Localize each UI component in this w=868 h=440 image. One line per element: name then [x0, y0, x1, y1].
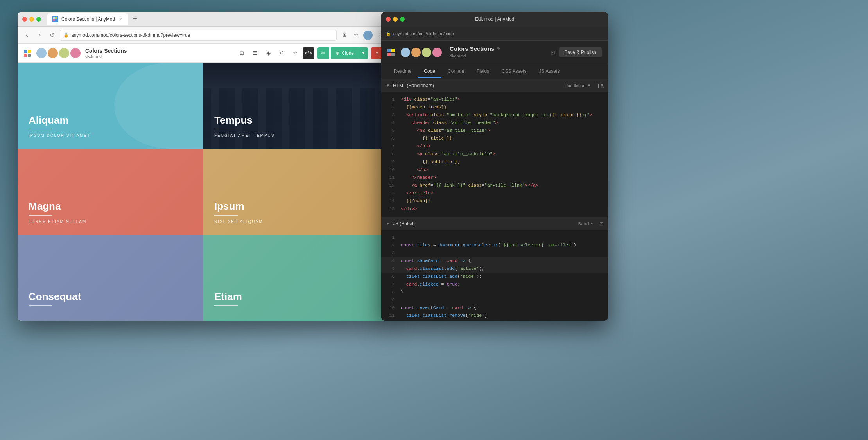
new-tab-button[interactable]: +: [133, 15, 137, 23]
edit-icon[interactable]: ✏: [317, 47, 329, 59]
js-code-area[interactable]: 1 2 const tiles = document.querySelector…: [381, 230, 608, 321]
screen-share-icon[interactable]: ⊞: [340, 31, 349, 40]
external-link-icon[interactable]: ⊡: [551, 49, 555, 56]
star-icon[interactable]: ☆: [289, 47, 301, 59]
tile-content: Etiam: [214, 291, 378, 310]
tile-subtitle: LOREM ETIAM NULLAM: [29, 219, 192, 224]
anymod-mod-info: Colors Sections dkdmmd: [85, 48, 127, 59]
editor-avatar-4: [432, 48, 442, 57]
js-line-7: 7 card.clicked = true;: [381, 280, 608, 288]
logo-dot-1: [24, 50, 27, 53]
tile-content: Aliquam IPSUM DOLOR SIT AMET: [29, 114, 192, 138]
html-section-format-icon[interactable]: Tʀ: [597, 83, 603, 89]
code-line-5: 5 <h3 class="am-tile__title">: [381, 127, 608, 135]
js-line-10: 10 const revertCard = card => {: [381, 304, 608, 312]
tab-js-assets[interactable]: JS Assets: [533, 65, 566, 78]
editor-window: Edit mod | AnyMod 🔒 anymod.com/edit/dkdm…: [381, 12, 608, 321]
anymod-logo-grid: [24, 50, 31, 57]
tile-underline: [214, 215, 238, 216]
editor-logo-dot-3: [387, 53, 391, 56]
code-line-2: 2 {{#each items}}: [381, 103, 608, 111]
tile-title: Etiam: [214, 291, 378, 303]
tab-readme[interactable]: Readme: [387, 65, 418, 78]
svg-rect-1: [55, 17, 57, 19]
logo-dot-4: [28, 54, 31, 57]
save-publish-button[interactable]: Save & Publish: [559, 47, 602, 57]
chevron-down-icon: ▾: [591, 221, 593, 226]
close-traffic-light[interactable]: [22, 17, 27, 22]
js-code-section: ▼ JS (Babel) Babel ▾ ⊡ 1 2 const tile: [381, 217, 608, 321]
browser-tab[interactable]: Colors Sections | AnyMod ×: [47, 13, 128, 25]
js-section-copy-icon[interactable]: ⊡: [599, 221, 603, 226]
tile-title: Magna: [29, 200, 192, 212]
tile-underline: [214, 305, 238, 306]
clone-button-group: ⊕ Clone ▼: [331, 47, 368, 59]
js-line-11: 11 tiles.classList.remove('hide'): [381, 312, 608, 320]
js-language-label: Babel: [578, 221, 589, 226]
code-icon[interactable]: </>: [303, 47, 314, 59]
tab-code[interactable]: Code: [418, 65, 441, 78]
tile-content: Consequat: [29, 291, 192, 310]
tile-magna[interactable]: Magna LOREM ETIAM NULLAM: [18, 149, 203, 235]
tab-close-button[interactable]: ×: [118, 16, 124, 22]
html-language-dropdown[interactable]: Handlebars ▾: [565, 83, 590, 88]
tile-underline: [214, 129, 238, 129]
editor-mod-info: Colors Sections ✎ dkdmmd: [450, 45, 500, 59]
editor-maximize-light[interactable]: [400, 17, 405, 22]
anymod-logo-area: [24, 48, 81, 58]
tab-fields[interactable]: Fields: [470, 65, 495, 78]
user-avatar-3: [59, 48, 69, 58]
code-line-9: 9 {{ subtitle }}: [381, 158, 608, 166]
tile-title: Consequat: [29, 291, 192, 303]
profile-avatar[interactable]: [363, 31, 373, 40]
tile-consequat[interactable]: Consequat: [18, 235, 203, 321]
js-line-9: 9: [381, 296, 608, 304]
tile-subtitle: NISL SED ALIQUAM: [214, 219, 378, 224]
back-button[interactable]: ‹: [22, 31, 32, 40]
editor-titlebar: Edit mod | AnyMod: [381, 12, 608, 27]
tab-content[interactable]: Content: [441, 65, 470, 78]
js-line-2: 2 const tiles = document.querySelector(`…: [381, 241, 608, 249]
tile-aliquam[interactable]: Aliquam IPSUM DOLOR SIT AMET: [18, 63, 203, 149]
logo-dot-3: [24, 54, 27, 57]
code-line-3: 3 <article class="am-tile" style="backgr…: [381, 111, 608, 119]
js-section-toggle[interactable]: ▼: [386, 221, 390, 226]
editor-header-right: ⊡ Save & Publish: [551, 47, 602, 57]
traffic-lights: [22, 17, 41, 22]
bookmark-icon[interactable]: ☆: [352, 31, 361, 40]
html-code-area[interactable]: 1 <div class="am-tiles"> 2 {{#each items…: [381, 92, 608, 217]
lines-icon[interactable]: ☰: [249, 47, 261, 59]
clone-dropdown-button[interactable]: ▼: [359, 47, 368, 59]
editor-body: ▼ HTML (Handlebars) Handlebars ▾ Tʀ 1 <d…: [381, 79, 608, 321]
layout-icon[interactable]: ⊡: [236, 47, 248, 59]
tile-title: Tempus: [214, 114, 378, 126]
forward-button[interactable]: ›: [35, 31, 44, 40]
tile-underline: [29, 305, 52, 306]
color-icon[interactable]: ◉: [263, 47, 274, 59]
tile-ipsum[interactable]: Ipsum NISL SED ALIQUAM: [203, 149, 389, 235]
refresh-mod-icon[interactable]: ↺: [276, 47, 288, 59]
tab-css-assets[interactable]: CSS Assets: [495, 65, 533, 78]
editor-logo-dot-4: [391, 53, 395, 56]
html-language-label: Handlebars: [565, 83, 586, 88]
tile-etiam[interactable]: Etiam: [203, 235, 389, 321]
minimize-traffic-light[interactable]: [29, 17, 34, 22]
refresh-button[interactable]: ↺: [47, 31, 57, 40]
tile-underline: [29, 215, 52, 216]
js-line-4: 4 const showCard = card => {: [381, 257, 608, 265]
editor-minimize-light[interactable]: [393, 17, 398, 22]
pencil-icon[interactable]: ✎: [497, 46, 500, 52]
editor-close-light[interactable]: [386, 17, 391, 22]
clone-icon: ⊕: [335, 50, 339, 56]
tile-tempus[interactable]: Tempus FEUGIAT AMET TEMPUS: [203, 63, 389, 149]
maximize-traffic-light[interactable]: [36, 17, 41, 22]
clone-button[interactable]: ⊕ Clone: [331, 47, 359, 59]
editor-mod-id: dkdmmd: [450, 54, 466, 58]
html-section-toggle[interactable]: ▼: [386, 83, 390, 88]
address-bar[interactable]: 🔒 anymod.com/mod/colors-sections-dkdmmd?…: [60, 30, 337, 41]
js-section-label: JS (Babel): [393, 221, 415, 226]
js-language-dropdown[interactable]: Babel ▾: [578, 221, 593, 226]
svg-rect-3: [55, 19, 57, 21]
code-line-8: 8 <p class="am-tile__subtitle">: [381, 150, 608, 158]
browser-addressbar: ‹ › ↺ 🔒 anymod.com/mod/colors-sections-d…: [18, 27, 389, 44]
